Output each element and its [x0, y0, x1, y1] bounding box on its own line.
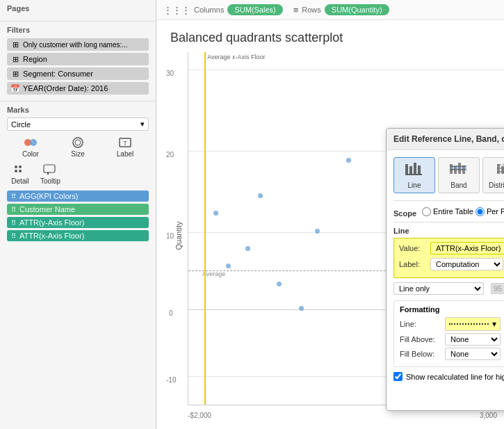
scatter-point	[213, 211, 218, 216]
grid-neg10: -10	[166, 376, 176, 384]
filter-item-3[interactable]: 📅 YEAR(Order Date): 2016	[7, 82, 149, 95]
toolbar: ⋮⋮⋮ Columns SUM(Sales) ≡ Rows SUM(Quanti…	[156, 0, 504, 20]
line-only-row: Line only	[393, 282, 504, 295]
dialog-body: Line	[387, 150, 504, 410]
color-icon	[21, 135, 40, 150]
chart-title: Balanced quadrants scatterplot	[156, 20, 504, 49]
color-label: Color	[22, 150, 39, 158]
marks-type-label: Circle	[11, 120, 31, 129]
marks-list-item-3[interactable]: ⠿ ATTR(x-Axis Floor)	[7, 230, 149, 241]
formatting-title: Formatting	[400, 305, 504, 314]
marks-list-item-2[interactable]: ⠿ ATTR(y-Axis Floor)	[7, 217, 149, 228]
tab-distribution[interactable]: Distribution	[482, 157, 504, 193]
label-form-label: Label:	[399, 260, 430, 268]
filter-item-1[interactable]: ⊞ Region	[7, 53, 149, 65]
tooltip-icon	[40, 162, 60, 177]
rows-pill[interactable]: SUM(Quantity)	[325, 4, 389, 15]
fmt-fill-above-row: Fill Above: None	[400, 333, 504, 346]
marks-controls-row: Color Size T	[7, 135, 149, 158]
scope-per-pane[interactable]: Per Pane	[475, 207, 504, 216]
formatting-section: Formatting Line: ▾ Fill Above:	[393, 300, 504, 367]
svg-rect-15	[418, 165, 421, 174]
label-label: Label	[117, 150, 133, 158]
tab-line[interactable]: Line	[393, 157, 435, 193]
y-axis-label: Quantity	[174, 222, 183, 250]
svg-rect-14	[414, 163, 416, 174]
grid-30: 30	[166, 70, 174, 77]
line-options: Value: ATTR(x-Axis Floor) Average Label:	[393, 238, 504, 278]
mark-control-color[interactable]: Color	[21, 135, 40, 158]
scope-divider	[393, 200, 504, 201]
marks-list-item-0[interactable]: ⠿ AGG(KPI Colors)	[7, 191, 149, 202]
filter-db-icon-0: ⊞	[10, 40, 20, 49]
line-section-label: Line	[393, 227, 504, 235]
rows-label: Rows	[302, 6, 321, 14]
svg-rect-13	[409, 166, 412, 174]
mark-control-label[interactable]: T Label	[115, 135, 135, 158]
filter-item-0[interactable]: ⊞ Only customer with long names:...	[7, 38, 149, 51]
tab-band[interactable]: Band	[438, 157, 480, 193]
x-axis-left: -$2,000	[188, 412, 211, 419]
columns-icon: ⋮⋮⋮	[163, 5, 190, 15]
marks-type-dropdown[interactable]: Circle ▾	[7, 118, 149, 131]
tab-distribution-label: Distribution	[489, 181, 504, 189]
value-select[interactable]: ATTR(x-Axis Floor)	[430, 242, 504, 254]
edit-reference-dialog: Edit Reference Line, Band, or Box ✕	[386, 128, 504, 411]
fmt-fill-above-label: Fill Above:	[400, 335, 445, 343]
line-only-value-input[interactable]	[491, 283, 504, 294]
label-select[interactable]: Computation	[430, 258, 503, 270]
marks-section: Marks Circle ▾ Color	[0, 102, 156, 429]
size-icon	[68, 135, 88, 150]
svg-text:T: T	[123, 140, 127, 147]
scatter-point	[315, 229, 320, 234]
svg-point-2	[73, 138, 83, 147]
fmt-fill-below-row: Fill Below: None	[400, 348, 504, 360]
columns-pill[interactable]: SUM(Sales)	[227, 4, 282, 15]
recalculate-checkbox[interactable]	[393, 372, 403, 381]
sidebar: Pages Filters ⊞ Only customer with long …	[0, 0, 156, 429]
line-style-preview[interactable]: ▾	[445, 317, 501, 331]
filter-label-2: Segment: Consumer	[23, 70, 93, 78]
columns-label: Columns	[194, 6, 224, 14]
marks-list-item-1[interactable]: ⠿ Customer Name	[7, 204, 149, 215]
checkbox-row: Show recalculated line for highlighted o…	[393, 372, 504, 381]
marks-title: Marks	[7, 106, 149, 114]
fmt-line-label: Line:	[400, 320, 445, 328]
mark-control-size[interactable]: Size	[68, 135, 88, 158]
marks-dropdown-arrow: ▾	[140, 120, 145, 129]
scatter-point	[299, 306, 304, 311]
filter-label-0: Only customer with long names:...	[23, 41, 128, 49]
svg-rect-10	[44, 165, 55, 172]
svg-point-8	[15, 170, 17, 172]
scope-entire-table[interactable]: Entire Table	[422, 207, 473, 216]
avg-label: Average	[202, 270, 225, 277]
filter-db-icon-2: ⊞	[10, 69, 20, 79]
grid-10: 10	[166, 232, 174, 240]
filters-title: Filters	[7, 26, 149, 34]
svg-point-1	[30, 139, 37, 146]
fmt-fill-above-select[interactable]: None	[445, 333, 501, 346]
mark-control-detail[interactable]: Detail	[10, 162, 30, 185]
scatter-point	[245, 246, 250, 251]
marks-item-icon-0: ⠿	[11, 193, 16, 200]
scope-label: Scope	[393, 209, 416, 218]
rows-toolbar-item: ≡ Rows SUM(Quantity)	[293, 4, 389, 15]
svg-rect-12	[405, 164, 408, 174]
columns-toolbar-item: ⋮⋮⋮ Columns SUM(Sales)	[163, 4, 283, 15]
filters-section: Filters ⊞ Only customer with long names:…	[0, 22, 156, 102]
scatter-point	[277, 282, 282, 286]
pages-section: Pages	[0, 0, 156, 22]
svg-rect-21	[450, 166, 466, 170]
scope-radio-entire[interactable]	[422, 207, 431, 216]
filter-item-2[interactable]: ⊞ Segment: Consumer	[7, 67, 149, 80]
tab-band-label: Band	[450, 181, 466, 189]
marks-item-icon-2: ⠿	[11, 219, 16, 227]
rows-icon: ≡	[293, 5, 299, 15]
scope-radio-per-pane[interactable]	[475, 207, 485, 216]
marks-item-icon-3: ⠿	[11, 232, 16, 240]
x-axis-right: 3,000	[480, 412, 497, 419]
line-only-select[interactable]: Line only	[393, 282, 484, 295]
dialog-title: Edit Reference Line, Band, or Box	[393, 134, 504, 144]
fmt-fill-below-select[interactable]: None	[445, 348, 501, 360]
mark-control-tooltip[interactable]: Tooltip	[40, 162, 60, 185]
